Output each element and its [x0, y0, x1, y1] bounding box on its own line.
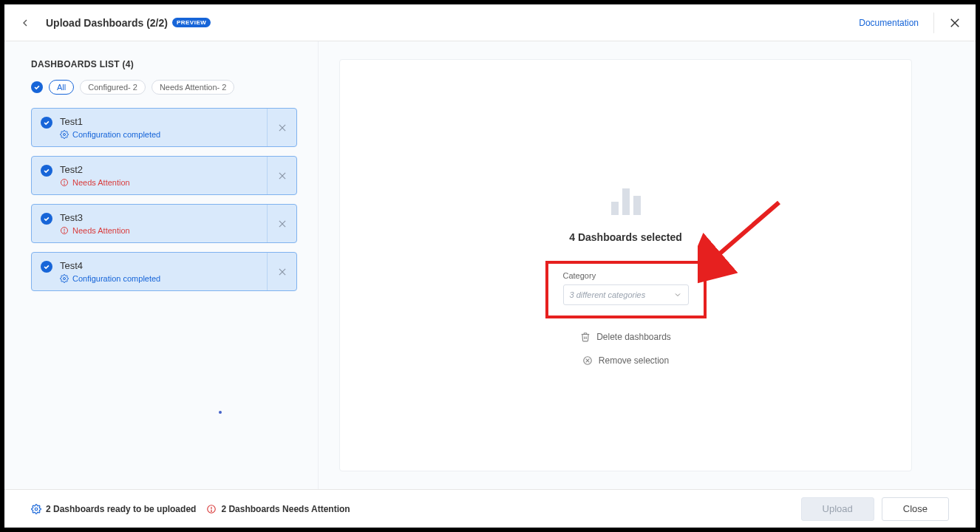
item-checkbox[interactable] [41, 117, 52, 129]
item-status-text: Configuration completed [72, 274, 160, 283]
dialog-header: Upload Dashboards (2/2) PREVIEW Document… [4, 4, 976, 41]
preview-badge: PREVIEW [172, 18, 211, 27]
dialog-footer: 2 Dashboards ready to be uploaded 2 Dash… [4, 489, 976, 528]
close-icon[interactable] [946, 14, 964, 32]
footer-attention-status: 2 Dashboards Needs Attention [206, 504, 350, 514]
dashboard-item[interactable]: Test2 Needs Attention [31, 156, 297, 195]
delete-dashboards-link[interactable]: Delete dashboards [580, 332, 671, 342]
gear-icon [60, 274, 69, 283]
upload-button[interactable]: Upload [801, 497, 874, 521]
item-status-text: Needs Attention [72, 226, 130, 235]
remove-selection-label: Remove selection [599, 355, 669, 366]
bar-chart-icon [608, 185, 644, 218]
gear-icon [60, 130, 69, 139]
item-remove-button[interactable] [267, 205, 296, 242]
item-status-text: Needs Attention [72, 178, 130, 187]
annotation-arrow [698, 197, 786, 285]
details-panel: 4 Dashboards selected Category 3 differe… [339, 59, 912, 471]
remove-selection-link[interactable]: Remove selection [582, 355, 669, 366]
item-remove-button[interactable] [267, 109, 296, 146]
item-name: Test3 [60, 212, 130, 223]
svg-point-28 [211, 511, 212, 511]
svg-rect-19 [622, 188, 630, 215]
main-area: 4 Dashboards selected Category 3 differe… [319, 41, 976, 489]
item-name: Test1 [60, 116, 160, 127]
item-remove-button[interactable] [267, 253, 296, 290]
dialog-body: DASHBOARDS LIST (4) All Configured- 2 Ne… [4, 41, 976, 489]
item-name: Test2 [60, 164, 130, 175]
svg-point-7 [64, 184, 65, 185]
footer-ready-text: 2 Dashboards ready to be uploaded [46, 504, 196, 514]
chevron-down-icon [673, 290, 682, 299]
svg-rect-20 [633, 196, 641, 215]
selected-count-title: 4 Dashboards selected [569, 231, 682, 243]
alert-icon [60, 178, 69, 187]
dashboard-item[interactable]: Test4 Configuration completed [31, 252, 297, 291]
category-highlight-box: Category 3 different categories [545, 261, 707, 318]
svg-point-2 [64, 134, 66, 136]
filter-chip-all[interactable]: All [49, 80, 74, 95]
item-status: Needs Attention [60, 178, 130, 187]
filter-row: All Configured- 2 Needs Attention- 2 [31, 80, 297, 95]
divider [933, 13, 934, 33]
loading-indicator [219, 411, 222, 414]
svg-line-24 [714, 202, 779, 259]
item-checkbox[interactable] [41, 165, 52, 177]
item-status: Needs Attention [60, 226, 130, 235]
item-name: Test4 [60, 260, 160, 271]
item-status: Configuration completed [60, 274, 160, 283]
alert-icon [206, 504, 217, 514]
close-button[interactable]: Close [882, 497, 949, 521]
upload-dashboards-dialog: Upload Dashboards (2/2) PREVIEW Document… [4, 4, 976, 528]
category-select[interactable]: 3 different categories [563, 284, 689, 305]
filter-chip-needs-attention[interactable]: Needs Attention- 2 [152, 80, 235, 95]
remove-icon [582, 355, 593, 366]
list-title: DASHBOARDS LIST (4) [31, 59, 297, 69]
svg-rect-18 [611, 202, 619, 215]
item-status: Configuration completed [60, 130, 160, 139]
dialog-title: Upload Dashboards (2/2) [46, 17, 168, 29]
footer-ready-status: 2 Dashboards ready to be uploaded [31, 504, 196, 514]
trash-icon [580, 332, 591, 342]
filter-chip-configured[interactable]: Configured- 2 [80, 80, 146, 95]
item-checkbox[interactable] [41, 213, 52, 225]
svg-point-25 [35, 508, 38, 511]
delete-dashboards-label: Delete dashboards [596, 332, 671, 342]
category-placeholder: 3 different categories [570, 290, 646, 299]
dashboard-item[interactable]: Test3 Needs Attention [31, 204, 297, 243]
item-remove-button[interactable] [267, 157, 296, 194]
dashboards-sidebar: DASHBOARDS LIST (4) All Configured- 2 Ne… [4, 41, 319, 489]
footer-attention-text: 2 Dashboards Needs Attention [221, 504, 350, 514]
svg-point-12 [64, 232, 65, 233]
alert-icon [60, 226, 69, 235]
svg-point-15 [64, 278, 66, 280]
documentation-link[interactable]: Documentation [859, 18, 919, 28]
category-label: Category [563, 271, 689, 280]
item-checkbox[interactable] [41, 261, 52, 273]
gear-icon [31, 504, 41, 514]
back-button[interactable] [16, 14, 34, 32]
select-all-checkbox[interactable] [31, 81, 43, 93]
item-status-text: Configuration completed [72, 130, 160, 139]
dashboard-item[interactable]: Test1 Configuration completed [31, 108, 297, 147]
